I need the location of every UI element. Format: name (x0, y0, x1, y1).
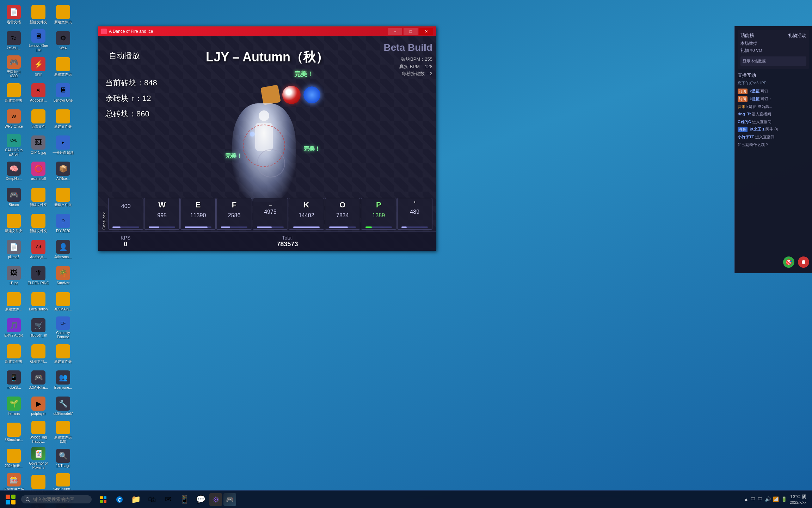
list-item[interactable]: 新建文件夹 (51, 341, 75, 367)
list-item[interactable]: 🃏 Governor of Poker 3 (26, 446, 50, 471)
minimize-button[interactable]: － (388, 28, 402, 35)
list-item[interactable]: 3Structrur... (2, 419, 26, 445)
taskbar-explorer-icon[interactable] (96, 492, 111, 507)
list-item[interactable]: 👤 4dhnsma... (51, 237, 75, 262)
song-title: LJY – Autumn（秋） (206, 49, 328, 66)
list-item[interactable]: 🖥 Lenovo One (51, 80, 75, 105)
list-item[interactable]: 🖼 1F.jpg (2, 263, 26, 288)
list-item[interactable]: 🖼 OIP-C.jpg (26, 132, 50, 158)
list-item[interactable]: 🗡 ELDEN RING (26, 263, 50, 288)
taskbar-store-icon[interactable]: 🛍 (144, 492, 159, 507)
list-item[interactable]: W WPS Office (2, 106, 26, 132)
list-item[interactable]: D DiYi2020 (51, 211, 75, 236)
taskbar-search-box[interactable] (21, 495, 92, 503)
interaction-title: 直播互动 (738, 72, 809, 79)
list-item[interactable]: ▶ 一分钟自超越 (51, 132, 75, 158)
list-item[interactable]: ⚙ We4 (51, 28, 75, 53)
taskbar-steam-icon[interactable]: 🎮 (223, 493, 236, 506)
close-button[interactable]: ✕ (419, 28, 433, 35)
target-icon[interactable]: 🎯 (783, 256, 794, 268)
taskbar-obs-icon[interactable] (209, 493, 222, 506)
list-item[interactable]: 7z 7z9391... (2, 28, 26, 53)
list-item[interactable]: 3Modelling Happy... (26, 419, 50, 445)
search-input[interactable] (33, 497, 79, 502)
weather-temp: 13°C 阴 (790, 494, 806, 500)
list-item[interactable]: 新建文件夹 (51, 54, 75, 79)
list-item[interactable]: 新建文件夹 (26, 211, 50, 236)
list-item[interactable]: ⭕ osuInstall (26, 158, 50, 184)
taskbar-clock: 13°C 阴 2022/x/xx (790, 494, 806, 506)
desktop: 📄 迅雷文档 新建文件夹 新建文件夹 7z 7z9391... 🖥 Lenovo… (0, 0, 812, 508)
taskbar-phone-icon[interactable]: 📱 (177, 492, 192, 507)
list-item[interactable]: CF Calamity Fortune (51, 315, 75, 340)
energy-section: 萌能榜 礼物活动 本场数据 礼物 ¥0 VO 显示本场数据 (738, 30, 809, 69)
list-item[interactable]: 新建文件夹 (51, 185, 75, 210)
list-item[interactable]: 新建文件夹 (26, 2, 50, 27)
brick-bpm-label: 砖块BPM：255 (384, 56, 432, 63)
list-item[interactable]: ⚡ 迅雷 (26, 54, 50, 79)
list-item[interactable]: 迅雷文档 (26, 106, 50, 132)
right-panel: 萌能榜 礼物活动 本场数据 礼物 ¥0 VO 显示本场数据 直播互动 您下午好:… (734, 26, 812, 273)
key-space: _ 4975 (253, 198, 288, 230)
taskbar-app-icons: 📁 🛍 ✉ 📱 💬 🎮 (96, 492, 236, 507)
list-item[interactable]: CAL CALLUS to EXIST (2, 132, 26, 158)
list-item[interactable]: 新建文件夹 (2, 211, 26, 236)
list-item[interactable]: 🧠 DeepNu... (2, 158, 26, 184)
list-item[interactable]: 🎮 3DMyRiku... (26, 367, 50, 393)
total-stat-value: 783573 (277, 241, 298, 248)
list-item[interactable]: 机器学习... (26, 341, 50, 367)
taskbar: 📁 🛍 ✉ 📱 💬 🎮 ▲ 中 中 🔊 📶 🔋 (0, 490, 812, 508)
list-item[interactable]: 🖥 Lenovo One Lite (26, 28, 50, 53)
interaction-subtitle: 您下午好:o3HPP (738, 80, 809, 86)
list-item[interactable]: 📦 A7Bce... (51, 158, 75, 184)
list-item[interactable]: 📄 迅雷文档 (2, 2, 26, 27)
list-item[interactable]: 🎵 ERV2 Audio (2, 315, 26, 340)
record-icon[interactable]: ⏺ (798, 256, 809, 268)
key-display-row: CapsLock 400 W 995 E 11390 F (98, 198, 436, 230)
list-item[interactable]: 新建文件... (2, 289, 26, 314)
chat-section: 直播互动 您下午好:o3HPP 订阅 k是征 可订 订阅 k是征 可订： 蒜来 … (738, 72, 809, 251)
date-time: 2022/x/xx (790, 500, 806, 505)
kps-per-sec-label: 每秒按键数 – 2 (384, 70, 432, 78)
list-item[interactable]: 🌱 Terraria (2, 393, 26, 419)
svg-point-0 (26, 497, 29, 501)
taskbar-mail-icon[interactable]: ✉ (161, 492, 176, 507)
total-stat-label: Total (282, 235, 293, 241)
list-item[interactable]: 2024年新... (2, 446, 26, 471)
character-area: 完美！ 完美！ 完美！ (215, 68, 327, 202)
list-item[interactable]: Localisation (26, 289, 50, 314)
list-item[interactable]: 🛒 lsBuyer_lm (26, 315, 50, 340)
list-item[interactable]: Ai Adobe通... (26, 80, 50, 105)
session-row: 本场数据 (740, 41, 806, 47)
taskbar-wechat-icon[interactable]: 💬 (193, 492, 208, 507)
list-item[interactable]: 新建文件夹 (2, 341, 26, 367)
list-item[interactable]: 🌴 Survivor (51, 263, 75, 288)
chat-msg-5: C君的C 进入直播间 (738, 119, 809, 125)
start-button[interactable] (3, 492, 18, 507)
list-item[interactable]: ▶ potplayer (26, 393, 50, 419)
list-item[interactable]: 新建文件夹 (26, 185, 50, 210)
list-item[interactable]: Ad Adobe桌... (26, 237, 50, 262)
list-item[interactable]: 🔍 1NTriage (51, 446, 75, 471)
list-item[interactable]: 3D9MAIN... (51, 289, 75, 314)
beta-build-overlay: Beta Build 砖块BPM：255 真实 BPM – 128 每秒按键数 … (384, 40, 432, 78)
maximize-button[interactable]: □ (404, 28, 418, 35)
right-panel-icons: 🎯 ⏺ (738, 255, 809, 270)
list-item[interactable]: 📱 mobe3t... (2, 367, 26, 393)
list-item[interactable]: 🎮 无限前进 4399 (2, 54, 26, 79)
taskbar-folder-icon[interactable]: 📁 (128, 492, 143, 507)
display-session-btn[interactable]: 显示本场数据 (740, 56, 806, 66)
list-item[interactable]: 🔧 ob96model7 (51, 393, 75, 419)
kps-stat-label: KPS (121, 235, 130, 241)
list-item[interactable]: 📄 pl.img3 (2, 237, 26, 262)
list-item[interactable]: 新建文件夹 (51, 106, 75, 132)
chat-msg-1: 订阅 k是征 可订 (738, 89, 809, 94)
capslock-label: CapsLock (102, 212, 106, 230)
list-item[interactable]: 👥 Everyone... (51, 367, 75, 393)
list-item[interactable]: 🎮 Steam (2, 185, 26, 210)
list-item[interactable]: 新建文件夹(10) (51, 419, 75, 445)
list-item[interactable]: 新建文件夹 (2, 80, 26, 105)
game-elements (262, 86, 320, 104)
list-item[interactable]: 新建文件夹 (51, 2, 75, 27)
taskbar-edge-icon[interactable] (112, 492, 127, 507)
